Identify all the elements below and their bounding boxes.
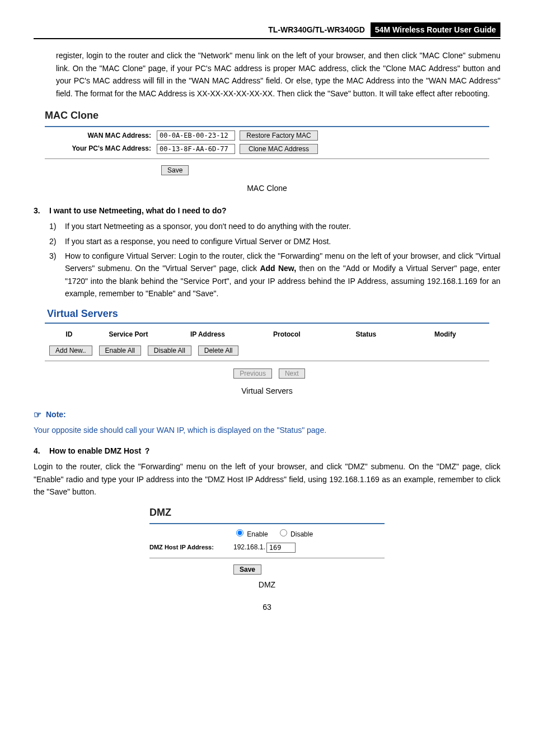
mac-clone-panel: WAN MAC Address: Restore Factory MAC You… [45,130,489,154]
dmz-host-input[interactable] [266,543,296,553]
dmz-caption: DMZ [34,578,500,591]
restore-factory-mac-button[interactable]: Restore Factory MAC [240,130,318,141]
next-button[interactable]: Next [279,368,305,379]
col-id: ID [49,329,89,340]
dmz-ip-prefix: 192.168.1. [233,542,265,553]
divider [149,523,385,524]
col-status: Status [326,329,405,340]
delete-all-button[interactable]: Delete All [198,346,239,356]
header-model: TL-WR340G/TL-WR340GD [268,25,365,34]
q3-num: 3. [34,204,49,217]
note-header: ☞ Note: [34,408,500,422]
q4-text: How to enable DMZ Host ？ [49,445,151,457]
divider [149,558,385,558]
disable-all-button[interactable]: Disable All [148,346,191,356]
header-title: 54M Wireless Router User Guide [371,22,500,37]
dmz-title: DMZ [149,505,385,521]
mac-clone-title: MAC Clone [45,108,500,124]
q4-body: Login to the router, click the "Forwardi… [34,460,500,498]
q3-sub-1: 1) If you start Netmeeting as a sponsor,… [49,220,500,232]
question-4: 4. How to enable DMZ Host ？ [34,445,500,457]
dmz-save-button[interactable]: Save [233,564,261,575]
q4-num: 4. [34,445,49,457]
header-bar: TL-WR340G/TL-WR340GD 54M Wireless Router… [34,22,500,39]
divider [45,126,489,127]
clone-mac-button[interactable]: Clone MAC Address [240,144,318,154]
enable-radio[interactable]: Enable [233,528,268,540]
mac-save-button[interactable]: Save [161,165,189,175]
virtual-servers-title: Virtual Servers [47,306,500,322]
dmz-panel: DMZ Enable Disable DMZ Host IP Address: … [149,505,385,575]
col-protocol: Protocol [247,329,326,340]
dmz-host-label: DMZ Host IP Address: [149,543,233,553]
page-number: 63 [34,601,500,613]
col-service-port: Service Port [89,329,168,340]
wan-mac-input[interactable] [157,130,235,141]
col-modify: Modify [406,329,485,340]
previous-button[interactable]: Previous [233,368,272,379]
disable-radio[interactable]: Disable [277,528,313,540]
question-3: 3. I want to use Netmeeting, what do I n… [34,204,500,217]
add-new-button[interactable]: Add New.. [49,346,92,356]
note-label: Note: [46,408,66,421]
hand-point-icon: ☞ [34,408,41,422]
col-ip-address: IP Address [168,329,247,340]
divider [45,323,489,324]
q3-text: I want to use Netmeeting, what do I need… [49,204,227,217]
divider [45,158,489,159]
q3-sub-3: 3) How to configure Virtual Server: Logi… [49,250,500,300]
virtual-servers-caption: Virtual Servers [34,385,500,397]
vs-button-row: Add New.. Enable All Disable All Delete … [49,344,485,356]
pc-mac-input[interactable] [157,144,235,154]
divider [45,361,489,361]
intro-paragraph: register, login to the router and click … [56,49,500,100]
enable-all-button[interactable]: Enable All [99,346,141,356]
wan-mac-label: WAN MAC Address: [45,130,151,141]
q3-sub-2: 2) If you start as a response, you need … [49,235,500,248]
virtual-servers-table-header: ID Service Port IP Address Protocol Stat… [49,329,485,340]
note-body: Your opposite side should call your WAN … [34,424,500,436]
pc-mac-label: Your PC's MAC Address: [45,143,151,154]
mac-clone-caption: MAC Clone [34,182,500,194]
